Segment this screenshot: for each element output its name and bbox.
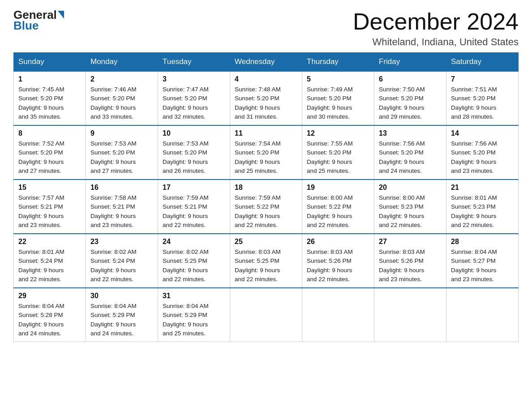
day-info: Sunrise: 7:50 AMSunset: 5:20 PMDaylight:… — [379, 85, 442, 121]
day-info: Sunrise: 7:48 AMSunset: 5:20 PMDaylight:… — [235, 85, 297, 121]
day-number: 12 — [307, 129, 369, 137]
day-number: 25 — [235, 238, 297, 246]
day-number: 19 — [307, 184, 369, 192]
calendar-cell: 30Sunrise: 8:04 AMSunset: 5:29 PMDayligh… — [86, 288, 158, 342]
calendar-cell — [374, 288, 446, 342]
logo-blue-text: Blue — [13, 20, 39, 31]
day-number: 10 — [163, 129, 225, 137]
day-number: 2 — [90, 75, 153, 83]
calendar-week-row: 8Sunrise: 7:52 AMSunset: 5:20 PMDaylight… — [14, 125, 519, 180]
day-info: Sunrise: 7:54 AMSunset: 5:20 PMDaylight:… — [235, 139, 297, 176]
day-number: 22 — [18, 238, 81, 246]
weekday-header-saturday: Saturday — [446, 53, 519, 72]
calendar-week-row: 15Sunrise: 7:57 AMSunset: 5:21 PMDayligh… — [14, 180, 519, 234]
day-info: Sunrise: 7:52 AMSunset: 5:20 PMDaylight:… — [18, 139, 81, 176]
calendar-cell: 5Sunrise: 7:49 AMSunset: 5:20 PMDaylight… — [302, 71, 374, 125]
weekday-header-friday: Friday — [374, 53, 446, 72]
calendar-cell: 23Sunrise: 8:02 AMSunset: 5:24 PMDayligh… — [86, 234, 158, 288]
weekday-header-tuesday: Tuesday — [158, 53, 230, 72]
day-info: Sunrise: 7:55 AMSunset: 5:20 PMDaylight:… — [307, 139, 369, 176]
calendar-cell: 17Sunrise: 7:59 AMSunset: 5:21 PMDayligh… — [158, 180, 230, 234]
calendar-cell: 27Sunrise: 8:03 AMSunset: 5:26 PMDayligh… — [374, 234, 446, 288]
day-info: Sunrise: 7:49 AMSunset: 5:20 PMDaylight:… — [307, 85, 369, 121]
page-header: General Blue December 2024 Whiteland, In… — [13, 9, 519, 48]
day-info: Sunrise: 8:00 AMSunset: 5:23 PMDaylight:… — [379, 193, 442, 230]
calendar-cell: 8Sunrise: 7:52 AMSunset: 5:20 PMDaylight… — [14, 125, 86, 180]
weekday-header-thursday: Thursday — [302, 53, 374, 72]
day-info: Sunrise: 8:00 AMSunset: 5:22 PMDaylight:… — [307, 193, 369, 230]
day-info: Sunrise: 7:53 AMSunset: 5:20 PMDaylight:… — [90, 139, 153, 176]
day-info: Sunrise: 8:03 AMSunset: 5:25 PMDaylight:… — [235, 248, 297, 284]
calendar-week-row: 29Sunrise: 8:04 AMSunset: 5:28 PMDayligh… — [14, 288, 519, 342]
calendar-cell: 21Sunrise: 8:01 AMSunset: 5:23 PMDayligh… — [446, 180, 519, 234]
day-info: Sunrise: 8:04 AMSunset: 5:29 PMDaylight:… — [90, 302, 153, 338]
day-number: 24 — [163, 238, 225, 246]
day-info: Sunrise: 8:04 AMSunset: 5:28 PMDaylight:… — [18, 302, 81, 338]
calendar-table: SundayMondayTuesdayWednesdayThursdayFrid… — [13, 52, 519, 342]
day-number: 5 — [307, 75, 369, 83]
day-number: 20 — [379, 184, 442, 192]
day-number: 15 — [18, 184, 81, 192]
day-number: 11 — [235, 129, 297, 137]
calendar-cell: 11Sunrise: 7:54 AMSunset: 5:20 PMDayligh… — [230, 125, 302, 180]
day-number: 8 — [18, 129, 81, 137]
weekday-header-row: SundayMondayTuesdayWednesdayThursdayFrid… — [14, 53, 519, 72]
day-info: Sunrise: 7:46 AMSunset: 5:20 PMDaylight:… — [90, 85, 153, 121]
day-number: 16 — [90, 184, 153, 192]
calendar-cell: 31Sunrise: 8:04 AMSunset: 5:29 PMDayligh… — [158, 288, 230, 342]
calendar-cell: 29Sunrise: 8:04 AMSunset: 5:28 PMDayligh… — [14, 288, 86, 342]
day-info: Sunrise: 7:59 AMSunset: 5:22 PMDaylight:… — [235, 193, 297, 230]
day-number: 18 — [235, 184, 297, 192]
calendar-cell: 1Sunrise: 7:45 AMSunset: 5:20 PMDaylight… — [14, 71, 86, 125]
calendar-cell: 24Sunrise: 8:02 AMSunset: 5:25 PMDayligh… — [158, 234, 230, 288]
day-number: 1 — [18, 75, 81, 83]
day-number: 27 — [379, 238, 442, 246]
day-number: 31 — [163, 292, 225, 300]
day-number: 13 — [379, 129, 442, 137]
day-info: Sunrise: 8:04 AMSunset: 5:27 PMDaylight:… — [451, 248, 514, 284]
day-number: 9 — [90, 129, 153, 137]
weekday-header-monday: Monday — [86, 53, 158, 72]
day-number: 7 — [451, 75, 514, 83]
day-info: Sunrise: 8:01 AMSunset: 5:23 PMDaylight:… — [451, 193, 514, 230]
calendar-cell: 25Sunrise: 8:03 AMSunset: 5:25 PMDayligh… — [230, 234, 302, 288]
weekday-header-sunday: Sunday — [14, 53, 86, 72]
day-number: 29 — [18, 292, 81, 300]
day-number: 3 — [163, 75, 225, 83]
calendar-week-row: 1Sunrise: 7:45 AMSunset: 5:20 PMDaylight… — [14, 71, 519, 125]
day-number: 14 — [451, 129, 514, 137]
day-info: Sunrise: 8:03 AMSunset: 5:26 PMDaylight:… — [307, 248, 369, 284]
calendar-cell: 18Sunrise: 7:59 AMSunset: 5:22 PMDayligh… — [230, 180, 302, 234]
calendar-cell: 9Sunrise: 7:53 AMSunset: 5:20 PMDaylight… — [86, 125, 158, 180]
day-info: Sunrise: 8:04 AMSunset: 5:29 PMDaylight:… — [163, 302, 225, 338]
calendar-cell: 26Sunrise: 8:03 AMSunset: 5:26 PMDayligh… — [302, 234, 374, 288]
calendar-cell: 2Sunrise: 7:46 AMSunset: 5:20 PMDaylight… — [86, 71, 158, 125]
calendar-cell: 13Sunrise: 7:56 AMSunset: 5:20 PMDayligh… — [374, 125, 446, 180]
day-info: Sunrise: 7:59 AMSunset: 5:21 PMDaylight:… — [163, 193, 225, 230]
title-section: December 2024 Whiteland, Indiana, United… — [353, 9, 519, 48]
day-info: Sunrise: 7:53 AMSunset: 5:20 PMDaylight:… — [163, 139, 225, 176]
calendar-cell: 28Sunrise: 8:04 AMSunset: 5:27 PMDayligh… — [446, 234, 519, 288]
location-title: Whiteland, Indiana, United States — [353, 36, 519, 48]
calendar-cell: 22Sunrise: 8:01 AMSunset: 5:24 PMDayligh… — [14, 234, 86, 288]
day-number: 4 — [235, 75, 297, 83]
calendar-cell: 20Sunrise: 8:00 AMSunset: 5:23 PMDayligh… — [374, 180, 446, 234]
calendar-cell: 15Sunrise: 7:57 AMSunset: 5:21 PMDayligh… — [14, 180, 86, 234]
day-info: Sunrise: 8:02 AMSunset: 5:25 PMDaylight:… — [163, 248, 225, 284]
calendar-cell: 3Sunrise: 7:47 AMSunset: 5:20 PMDaylight… — [158, 71, 230, 125]
day-info: Sunrise: 8:01 AMSunset: 5:24 PMDaylight:… — [18, 248, 81, 284]
day-info: Sunrise: 7:47 AMSunset: 5:20 PMDaylight:… — [163, 85, 225, 121]
day-number: 28 — [451, 238, 514, 246]
logo: General Blue — [13, 9, 64, 31]
logo-arrow-icon — [58, 11, 64, 19]
calendar-cell: 16Sunrise: 7:58 AMSunset: 5:21 PMDayligh… — [86, 180, 158, 234]
calendar-cell: 7Sunrise: 7:51 AMSunset: 5:20 PMDaylight… — [446, 71, 519, 125]
calendar-cell: 14Sunrise: 7:56 AMSunset: 5:20 PMDayligh… — [446, 125, 519, 180]
calendar-cell — [302, 288, 374, 342]
day-info: Sunrise: 7:57 AMSunset: 5:21 PMDaylight:… — [18, 193, 81, 230]
day-info: Sunrise: 8:02 AMSunset: 5:24 PMDaylight:… — [90, 248, 153, 284]
calendar-cell: 10Sunrise: 7:53 AMSunset: 5:20 PMDayligh… — [158, 125, 230, 180]
day-number: 30 — [90, 292, 153, 300]
day-number: 21 — [451, 184, 514, 192]
day-number: 23 — [90, 238, 153, 246]
